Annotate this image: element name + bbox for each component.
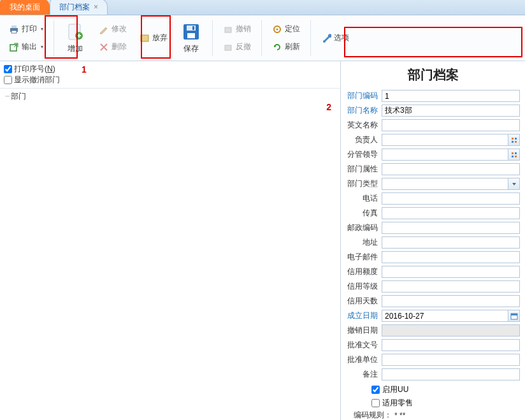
print-sn-text: 打印序号(	[14, 64, 47, 73]
name-label: 部门名称	[346, 105, 382, 116]
wrench-icon	[321, 33, 331, 43]
code-rule-label: 编码规则：	[351, 410, 392, 420]
content-area: 打印序号(N) 显示撤消部门 部门 1 2 部门档案 部门编码 部门名称 英文名…	[0, 61, 525, 420]
delete-button[interactable]: 删除	[96, 40, 129, 54]
delete-label: 删除	[111, 41, 127, 52]
abandon-button[interactable]: 放弃	[137, 31, 170, 45]
addr-label: 地址	[346, 237, 382, 248]
sup-input[interactable]	[382, 148, 508, 161]
svg-rect-9	[187, 33, 195, 38]
tab-desktop[interactable]: 我的桌面	[0, 0, 50, 15]
svg-rect-6	[141, 35, 148, 41]
type-input[interactable]	[382, 178, 508, 190]
undo-icon	[223, 24, 233, 34]
show-revoked-checkbox[interactable]: 显示撤消部门	[4, 75, 336, 85]
sup-picker-button[interactable]	[508, 148, 520, 161]
founded-date-button[interactable]	[508, 310, 520, 322]
approve-no-label: 批准文号	[346, 340, 382, 351]
days-input[interactable]	[382, 295, 520, 307]
remark-input[interactable]	[382, 368, 520, 380]
export-icon	[9, 42, 19, 52]
refresh-label: 刷新	[285, 41, 300, 52]
edit-label: 修改	[111, 24, 127, 34]
zip-input[interactable]	[382, 222, 520, 234]
code-rule-value: * **	[392, 411, 405, 420]
tab-desktop-label: 我的桌面	[10, 3, 40, 11]
undo-label: 撤销	[236, 24, 251, 34]
leader-picker-button[interactable]	[508, 134, 520, 146]
name-input[interactable]	[382, 105, 520, 117]
phone-label: 电话	[346, 193, 382, 204]
addr-input[interactable]	[382, 236, 520, 249]
enable-uu-checkbox[interactable]: 启用UU	[371, 384, 520, 395]
edit-button[interactable]: 修改	[96, 22, 129, 36]
grade-input[interactable]	[382, 280, 520, 293]
retail-input[interactable]	[371, 399, 380, 407]
remark-label: 备注	[346, 369, 382, 380]
locate-button[interactable]: 定位	[270, 22, 303, 36]
print-sn-checkbox[interactable]: 打印序号(N)	[4, 64, 336, 75]
locate-label: 定位	[285, 24, 300, 34]
founded-label: 成立日期	[346, 310, 382, 321]
print-button[interactable]: 打印 ▾	[6, 22, 46, 36]
approve-no-input[interactable]	[382, 339, 520, 351]
svg-rect-18	[515, 141, 517, 143]
undo-button[interactable]: 撤销	[220, 22, 254, 36]
email-input[interactable]	[382, 251, 520, 263]
founded-input[interactable]	[382, 310, 508, 322]
dept-form: 部门编码 部门名称 英文名称 负责人 分管领导 部门属性 部门类型 电话 传真 …	[341, 90, 525, 420]
svg-rect-22	[515, 156, 517, 157]
annotation-1: 1	[82, 64, 87, 75]
tab-dept-archive[interactable]: 部门档案×	[50, 0, 108, 15]
tree-root[interactable]: 部门	[5, 91, 335, 102]
credit-input[interactable]	[382, 266, 520, 278]
tab-dept-label: 部门档案	[59, 3, 90, 11]
svg-rect-17	[512, 141, 514, 143]
tab-close-icon[interactable]: ×	[94, 3, 98, 11]
add-document-icon	[65, 22, 85, 42]
printer-icon	[9, 24, 19, 34]
grade-label: 信用等级	[346, 281, 382, 292]
abandon-icon	[140, 33, 150, 43]
approve-unit-input[interactable]	[382, 354, 520, 366]
save-label: 保存	[183, 43, 199, 54]
reverse-label: 反撤	[236, 41, 251, 52]
save-button[interactable]: 保存	[175, 18, 207, 59]
pencil-icon	[99, 24, 109, 34]
svg-rect-24	[511, 314, 517, 315]
type-dropdown-button[interactable]	[508, 178, 520, 190]
leader-input[interactable]	[382, 134, 508, 146]
refresh-button[interactable]: 刷新	[270, 40, 303, 54]
add-button[interactable]: 增加	[59, 18, 91, 59]
fax-label: 传真	[346, 208, 382, 219]
options-panel: 打印序号(N) 显示撤消部门	[0, 61, 340, 89]
svg-rect-10	[192, 26, 194, 30]
abandon-label: 放弃	[152, 33, 168, 43]
locate-icon	[272, 24, 282, 34]
show-revoked-input[interactable]	[4, 76, 12, 84]
retail-checkbox[interactable]: 适用零售	[371, 398, 520, 409]
phone-input[interactable]	[382, 192, 520, 205]
tab-bar: 我的桌面 部门档案×	[0, 0, 525, 15]
form-title: 部门档案	[341, 61, 525, 90]
svg-rect-20	[515, 152, 517, 154]
revoked-input	[382, 324, 520, 337]
attr-label: 部门属性	[346, 164, 382, 175]
right-pane: 部门档案 部门编码 部门名称 英文名称 负责人 分管领导 部门属性 部门类型 电…	[341, 61, 525, 420]
code-input[interactable]	[382, 90, 520, 102]
refresh-icon	[272, 42, 282, 52]
svg-rect-11	[225, 27, 231, 33]
svg-rect-1	[11, 25, 17, 28]
reverse-undo-button[interactable]: 反撤	[220, 40, 254, 54]
dropdown-icon: ▾	[41, 44, 43, 50]
sup-label: 分管领导	[346, 149, 382, 160]
output-button[interactable]: 输出 ▾	[6, 40, 46, 54]
fax-input[interactable]	[382, 207, 520, 219]
separator	[261, 20, 262, 56]
enable-uu-input[interactable]	[371, 386, 380, 394]
ename-input[interactable]	[382, 119, 520, 131]
dept-tree: 部门	[0, 89, 340, 105]
attr-input[interactable]	[382, 163, 520, 175]
print-sn-input[interactable]	[4, 65, 12, 73]
options-button[interactable]: 选项	[319, 31, 352, 45]
